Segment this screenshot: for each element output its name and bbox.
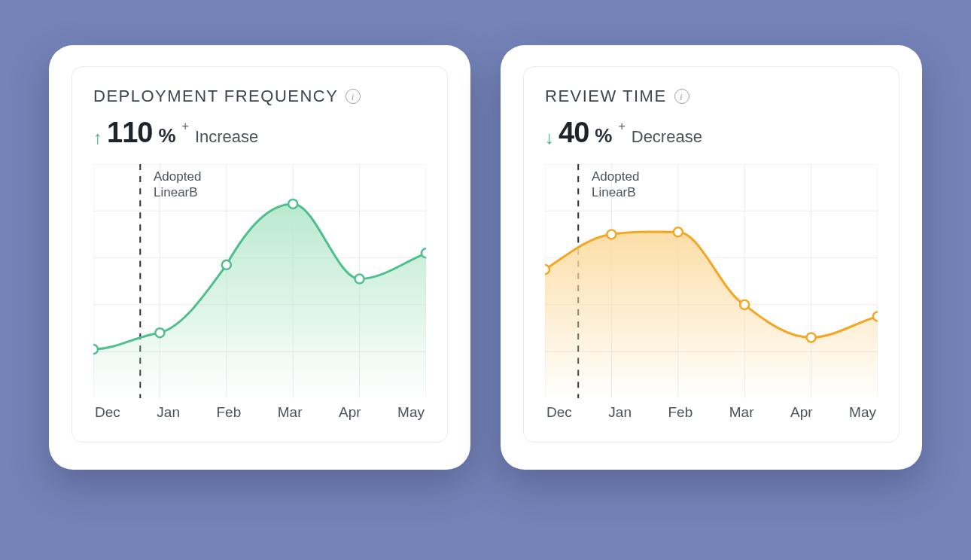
chart-annotation-line2: LinearB: [154, 184, 201, 200]
x-tick: Dec: [95, 404, 120, 421]
card-title-row: DEPLOYMENT FREQUENCY i: [93, 87, 426, 106]
metric-plus-sup: +: [618, 120, 625, 133]
chart-container: Adopted LinearB Dec Jan Feb Mar Apr May: [545, 164, 878, 421]
x-tick: Dec: [546, 404, 572, 421]
svg-point-35: [873, 312, 878, 321]
chart-annotation: Adopted LinearB: [592, 169, 639, 201]
dashboard-stage: DEPLOYMENT FREQUENCY i ↑ 110 % + Increas…: [0, 0, 971, 560]
svg-point-16: [355, 275, 364, 284]
svg-point-12: [93, 345, 98, 354]
chart-annotation-line2: LinearB: [592, 184, 639, 200]
svg-point-32: [674, 227, 683, 236]
metric-change-label: Decrease: [632, 127, 702, 147]
metric-card-deployment-frequency: DEPLOYMENT FREQUENCY i ↑ 110 % + Increas…: [49, 45, 470, 470]
x-tick: May: [397, 404, 425, 421]
x-tick: Feb: [216, 404, 241, 421]
x-tick: Feb: [668, 404, 692, 421]
area-chart: [93, 164, 426, 398]
card-title-row: REVIEW TIME i: [545, 87, 878, 106]
x-tick: May: [849, 404, 876, 421]
metric-card-inner: DEPLOYMENT FREQUENCY i ↑ 110 % + Increas…: [72, 66, 448, 443]
info-icon[interactable]: i: [345, 89, 361, 104]
metric-card-review-time: REVIEW TIME i ↓ 40 % + Decrease: [501, 45, 922, 470]
metric-percent: %: [595, 124, 612, 148]
x-tick: Jan: [608, 404, 632, 421]
svg-point-14: [222, 260, 231, 269]
card-title: DEPLOYMENT FREQUENCY: [93, 87, 338, 106]
chart-annotation: Adopted LinearB: [154, 169, 201, 201]
x-tick: Jan: [157, 404, 180, 421]
svg-point-33: [740, 300, 749, 309]
chart-area-fill: [545, 232, 878, 398]
metric-row: ↓ 40 % + Decrease: [545, 117, 878, 149]
arrow-up-icon: ↑: [93, 127, 102, 148]
chart-container: Adopted LinearB Dec Jan Feb Mar Apr May: [93, 164, 426, 421]
x-tick: Mar: [729, 404, 754, 421]
x-tick: Apr: [339, 404, 361, 421]
chart-x-axis: Dec Jan Feb Mar Apr May: [545, 398, 878, 421]
chart-annotation-line1: Adopted: [154, 169, 201, 184]
svg-point-30: [545, 265, 549, 274]
svg-point-31: [607, 230, 616, 239]
svg-point-34: [807, 333, 816, 342]
chart-x-axis: Dec Jan Feb Mar Apr May: [93, 398, 426, 421]
chart-annotation-line1: Adopted: [592, 169, 639, 184]
x-tick: Mar: [278, 404, 303, 421]
card-title: REVIEW TIME: [545, 87, 667, 106]
chart-area-fill: [93, 204, 426, 398]
arrow-down-icon: ↓: [545, 127, 554, 148]
metric-row: ↑ 110 % + Increase: [93, 117, 426, 149]
svg-point-17: [422, 248, 426, 257]
metric-card-inner: REVIEW TIME i ↓ 40 % + Decrease: [523, 66, 899, 443]
x-tick: Apr: [790, 404, 813, 421]
metric-value: 110: [107, 117, 152, 149]
metric-value: 40: [559, 117, 589, 149]
metric-percent: %: [158, 124, 175, 148]
info-icon[interactable]: i: [674, 89, 689, 104]
svg-point-15: [288, 199, 297, 208]
svg-point-13: [155, 328, 164, 337]
metric-plus-sup: +: [182, 120, 189, 133]
metric-change-label: Increase: [195, 127, 258, 147]
